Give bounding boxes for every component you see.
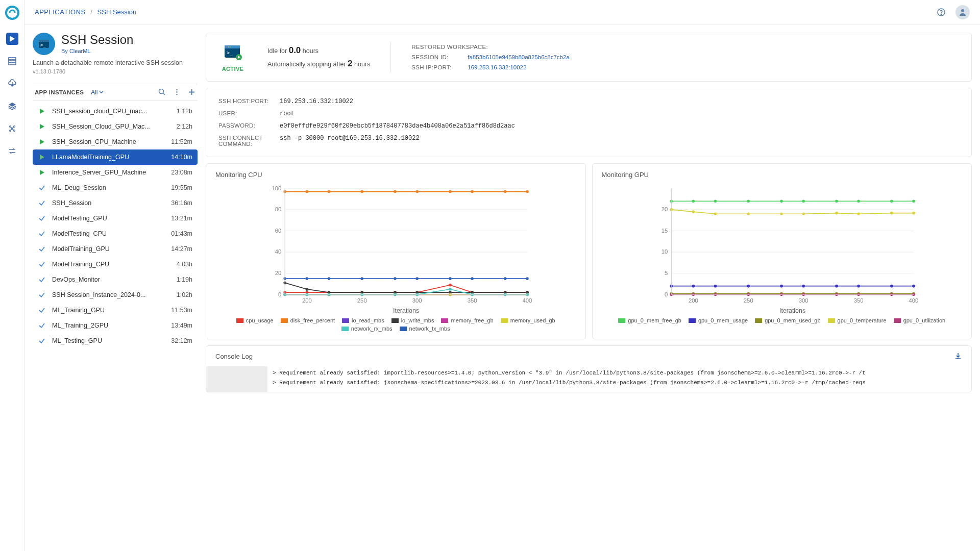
svg-text:0: 0 <box>278 291 281 297</box>
legend-item[interactable]: disk_free_percent <box>281 317 335 323</box>
instance-row[interactable]: ML_Training_GPU 11:53m <box>33 303 198 318</box>
svg-point-22 <box>228 46 229 47</box>
legend-item[interactable]: io_read_mbs <box>342 317 384 323</box>
gpu-chart-svg[interactable]: 05101520200250300350400Iterations <box>602 183 963 315</box>
conn-value[interactable]: 169.253.16.332:10022 <box>280 98 353 105</box>
svg-text:40: 40 <box>275 248 282 255</box>
svg-point-123 <box>526 277 529 280</box>
legend-item[interactable]: memory_free_gb <box>441 317 493 323</box>
conn-row: SSH HOST:PORT: 169.253.16.332:10022 <box>218 95 959 108</box>
nav-layers-icon[interactable] <box>6 100 18 112</box>
meta-row: SSH IP:PORT: 169.253.16.332:10022 <box>411 64 570 70</box>
instance-row[interactable]: SSH_Session 36:16m <box>33 195 198 211</box>
legend-item[interactable]: gpu_0_utilization <box>894 317 946 323</box>
breadcrumb-parent[interactable]: APPLICATIONS <box>35 8 86 16</box>
help-icon[interactable] <box>934 5 948 19</box>
svg-point-156 <box>780 285 783 288</box>
nav-cloud-icon[interactable] <box>6 78 18 90</box>
svg-point-122 <box>504 277 507 280</box>
instance-row[interactable]: ModelTraining_GPU 14:27m <box>33 241 198 257</box>
user-avatar-icon[interactable] <box>955 5 970 19</box>
check-icon <box>38 291 46 298</box>
svg-text:200: 200 <box>688 297 698 304</box>
instance-row[interactable]: ModelTraining_CPU 4:03h <box>33 257 198 272</box>
svg-point-181 <box>912 212 915 215</box>
instance-time: 14:27m <box>171 245 192 253</box>
svg-point-18 <box>176 94 178 95</box>
meta-label: SSH IP:PORT: <box>411 64 452 70</box>
check-icon <box>38 261 46 268</box>
svg-point-160 <box>890 285 893 288</box>
console-output[interactable]: > Requirement already satisfied: importl… <box>267 366 971 392</box>
svg-point-61 <box>471 190 474 193</box>
legend-item[interactable]: network_tx_mbs <box>400 325 450 332</box>
instance-row[interactable]: SSH Session_instance_2024-0... 1:02h <box>33 287 198 303</box>
svg-text:5: 5 <box>665 270 668 276</box>
nav-sync-icon[interactable] <box>6 145 18 157</box>
instance-name: SSH_session_cloud_CPU_mac... <box>52 108 170 115</box>
more-icon[interactable] <box>173 88 181 96</box>
conn-value[interactable]: e0f0effdfe929f60f209ebcb5f1878407783dae4… <box>280 122 515 130</box>
conn-value[interactable]: ssh -p 30000 root@169.253.16.332.10022 <box>280 135 420 147</box>
search-icon[interactable] <box>158 88 166 96</box>
legend-item[interactable]: cpu_usage <box>236 317 274 323</box>
nav-apps-icon[interactable] <box>6 33 18 45</box>
brand-logo[interactable] <box>5 5 20 20</box>
conn-label: SSH CONNECT COMMAND: <box>218 135 270 147</box>
conn-row: USER: root <box>218 108 959 120</box>
play-icon <box>38 154 46 160</box>
svg-point-178 <box>835 212 838 215</box>
breadcrumb-current[interactable]: SSH Session <box>97 8 137 16</box>
instance-row[interactable]: SSH_Session_CPU_Machine 11:52m <box>33 134 198 149</box>
right-panel: >_ ACTIVE Idle for 0.0 hours Automatical… <box>206 24 980 551</box>
legend-item[interactable]: io_write_mbs <box>391 317 434 323</box>
meta-value[interactable]: fa853b6105e9459b80a825b6c8c7cb2a <box>468 54 570 60</box>
download-icon[interactable] <box>954 352 962 360</box>
instance-row[interactable]: ModelTesting_GPU 13:21m <box>33 211 198 226</box>
console-line: > Requirement already satisfied: jsonsch… <box>273 378 966 388</box>
add-icon[interactable] <box>188 88 195 96</box>
app-title: SSH Session <box>61 33 133 47</box>
cpu-chart-svg[interactable]: 020406080100200250300350400Iterations <box>215 183 576 315</box>
instance-name: ML_Deug_Session <box>52 184 165 191</box>
app-by[interactable]: By ClearML <box>61 48 133 54</box>
play-icon <box>38 123 46 130</box>
svg-text:80: 80 <box>275 206 282 212</box>
instance-row[interactable]: ML_Testing_GPU 32:12m <box>33 333 198 348</box>
breadcrumb[interactable]: APPLICATIONS / SSH Session <box>35 8 136 16</box>
instance-row[interactable]: SSH_Session_Cloud_GPU_Mac... 2:12h <box>33 119 198 134</box>
instance-row[interactable]: DevOps_Monitor 1:19h <box>33 272 198 287</box>
instance-name: DevOps_Monitor <box>52 276 170 283</box>
app-version: v1.13.0-1780 <box>33 68 198 74</box>
legend-item[interactable]: network_rx_mbs <box>341 325 393 332</box>
instance-time: 11:53m <box>171 307 192 314</box>
instance-name: ML_Training_GPU <box>52 307 165 314</box>
instance-row[interactable]: ModelTesting_CPU 01:43m <box>33 226 198 241</box>
legend-item[interactable]: gpu_0_mem_free_gb <box>618 317 681 323</box>
svg-point-177 <box>802 212 805 215</box>
instance-row[interactable]: LLamaModelTraining_GPU 14:10m <box>33 149 198 165</box>
svg-point-117 <box>360 277 363 280</box>
svg-text:400: 400 <box>523 297 532 304</box>
meta-value[interactable]: 169.253.16.332:10022 <box>468 64 526 70</box>
legend-item[interactable]: gpu_0_temperature <box>828 317 887 323</box>
svg-text:>_: >_ <box>227 50 233 56</box>
legend-item[interactable]: gpu_0_mem_used_gb <box>755 317 820 323</box>
legend-item[interactable]: gpu_0_mem_usage <box>689 317 748 323</box>
svg-point-23 <box>230 46 231 47</box>
svg-text:60: 60 <box>275 228 282 234</box>
instance-row[interactable]: ML_Training_2GPU 13:49m <box>33 318 198 333</box>
instance-time: 32:12m <box>171 337 192 344</box>
instance-row[interactable]: Inference_Server_GPU_Machine 23:08m <box>33 165 198 180</box>
svg-text:0: 0 <box>665 291 668 297</box>
play-icon <box>38 108 46 114</box>
instances-filter[interactable]: All <box>91 89 104 96</box>
nav-brain-icon[interactable] <box>6 122 18 135</box>
legend-item[interactable]: memory_used_gb <box>501 317 555 323</box>
instance-row[interactable]: SSH_session_cloud_CPU_mac... 1:12h <box>33 104 198 119</box>
instance-name: ML_Training_2GPU <box>52 322 165 329</box>
svg-point-157 <box>802 285 805 288</box>
conn-value[interactable]: root <box>280 110 295 117</box>
nav-servers-icon[interactable] <box>6 55 18 67</box>
instance-row[interactable]: ML_Deug_Session 19:55m <box>33 180 198 195</box>
